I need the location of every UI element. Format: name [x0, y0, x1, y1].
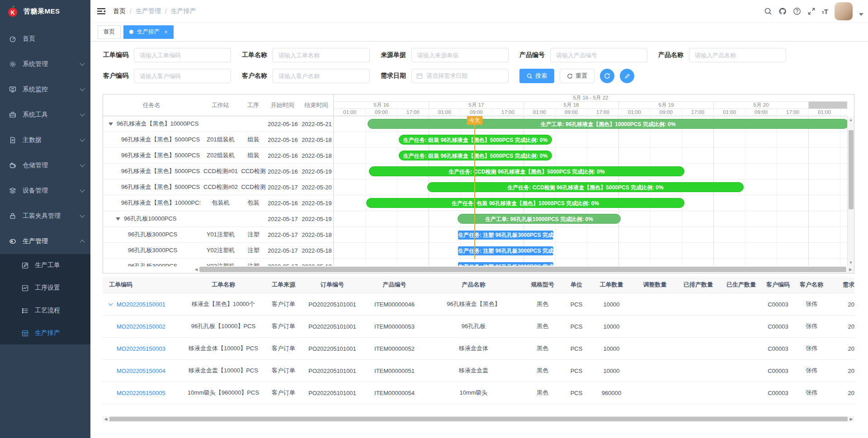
gantt-row[interactable]: 96孔孔板3000PCSY03注塑机注塑2022-05-172022-05-18: [103, 259, 333, 266]
gantt-bar-workorder[interactable]: 生产工单: 96孔移液盒【黑色】10000PCS 完成比例: 0%: [368, 119, 847, 129]
scroll-up-icon[interactable]: ▲: [848, 118, 854, 122]
gantt-row[interactable]: 96孔移液盒【黑色】5000PCSCCD检测#02CCD检测2022-05-17…: [103, 179, 333, 195]
avatar[interactable]: [835, 2, 853, 20]
reset-button[interactable]: 重置: [560, 69, 594, 83]
scroll-right-icon[interactable]: ▶: [848, 417, 854, 421]
caret-down-icon[interactable]: [859, 13, 863, 16]
gantt-row[interactable]: 96孔孔板3000PCSY02注塑机注塑2022-05-172022-05-18: [103, 243, 333, 259]
search-icon[interactable]: [764, 7, 772, 15]
app-logo[interactable]: K 苦糖果MES: [0, 0, 90, 23]
customer-code-input[interactable]: [134, 69, 231, 83]
gantt-bar-task[interactable]: 生产任务: 组装 96孔移液盒【黑色】5000PCS 完成比例: 0%: [399, 151, 552, 160]
orders-table-header: 工单编码工单名称工单来源订单编号产品编号产品名称规格型号单位工单数量调整数量已排…: [103, 277, 854, 293]
gantt-bar-task[interactable]: 生产任务: CCD检测 96孔移液盒【黑色】5000PCS 完成比例: 0%: [369, 166, 684, 176]
tab-home[interactable]: 首页: [98, 25, 121, 39]
breadcrumb-scheduling[interactable]: 生产排产: [171, 7, 196, 15]
gantt-row[interactable]: 96孔移液盒【黑色】10000PCS2022-05-162022-05-21: [103, 116, 333, 132]
order-code-input[interactable]: [134, 48, 231, 62]
order-link[interactable]: MO202205150004: [117, 367, 165, 374]
scrollbar-thumb[interactable]: [109, 417, 848, 421]
sidebar-item-system-monitor[interactable]: 系统监控: [0, 77, 90, 102]
collapse-triangle-icon[interactable]: [108, 122, 113, 126]
gantt-vertical-scrollbar[interactable]: ▲ ▼: [847, 117, 854, 266]
sidebar-item-production[interactable]: 生产管理: [0, 229, 90, 254]
tab-close-icon[interactable]: ×: [164, 28, 168, 35]
col-task-name: 任务名: [103, 101, 200, 109]
breadcrumb-production-mgmt[interactable]: 生产管理: [136, 7, 161, 15]
search-button[interactable]: 搜索: [519, 69, 554, 83]
gantt-task-grid: 任务名 工作站 工序 开始时间 结束时间 96孔移液盒【黑色】10000PCS2…: [103, 94, 334, 273]
scroll-down-icon[interactable]: ▼: [848, 260, 854, 265]
edit-button[interactable]: [620, 69, 634, 83]
today-badge: 今天: [467, 116, 482, 125]
table-row[interactable]: MO202205150003 移液盒盒体【10000】PCS客户订单PO2022…: [103, 338, 854, 360]
sidebar-item-master-data[interactable]: 主数据: [0, 127, 90, 153]
sidebar-item-system-tools[interactable]: 系统工具: [0, 102, 90, 127]
tab-production-scheduling[interactable]: 生产排产 ×: [123, 25, 174, 39]
breadcrumb-home[interactable]: 首页: [113, 7, 126, 15]
gantt-row[interactable]: 96孔移液盒【黑色】5000PCSZ02组装机组装2022-05-162022-…: [103, 148, 333, 164]
help-icon[interactable]: [793, 7, 801, 15]
github-icon[interactable]: [778, 7, 787, 15]
source-doc-input[interactable]: [411, 48, 509, 62]
refresh-icon: [567, 73, 573, 79]
gantt-bar-task[interactable]: 生产任务: 包装 96孔移液盒【黑色】10000PCS 完成比例: 0%: [366, 198, 684, 208]
gantt-row[interactable]: 96孔移液盒【黑色】10000PCS包装机包装2022-05-162022-05…: [103, 195, 333, 211]
scroll-left-icon[interactable]: ◀: [103, 417, 109, 421]
today-marker-line: [474, 116, 475, 259]
chevron-down-icon: [80, 86, 85, 91]
gantt-row[interactable]: 96孔移液盒【黑色】5000PCSZ01组装机组装2022-05-162022-…: [103, 132, 333, 148]
filter-order-name: 工单名称: [242, 48, 370, 62]
order-link[interactable]: MO202205150005: [117, 390, 165, 396]
order-name-input[interactable]: [273, 48, 370, 62]
sidebar-item-process-settings[interactable]: 工序设置: [0, 277, 90, 299]
table-row[interactable]: MO202205150004 移液盒盒盖【10000】PCS客户订单PO2022…: [103, 360, 854, 382]
scrollbar-thumb[interactable]: [199, 267, 846, 272]
gantt-row[interactable]: 96孔孔板10000PCS2022-05-172022-05-19: [103, 211, 333, 227]
sidebar-item-warehouse[interactable]: 仓储管理: [0, 153, 90, 178]
scroll-left-icon[interactable]: ◀: [193, 267, 199, 272]
table-row[interactable]: MO202205150005 10mm吸头【960000】PCS客户订单PO20…: [103, 382, 854, 404]
gantt-horizontal-scrollbar[interactable]: ◀: [193, 266, 847, 273]
sidebar-item-equipment[interactable]: 设备管理: [0, 178, 90, 203]
gantt-bar-workorder[interactable]: 生产工单: 96孔孔板10000PCS 完成比例: 0%: [458, 214, 621, 224]
filter-demand-date: 需求日期 请选择需求日期: [381, 69, 509, 83]
table-row[interactable]: MO202205150001 移液盒【黑色】10000个客户订单PO202205…: [103, 293, 854, 316]
gantt-row[interactable]: 96孔移液盒【黑色】5000PCSCCD检测#01CCD检测2022-05-16…: [103, 164, 333, 179]
order-link[interactable]: MO202205150003: [117, 345, 165, 352]
row-expand-icon[interactable]: [108, 301, 113, 306]
filter-source-doc: 来源单据: [381, 48, 509, 62]
table-horizontal-scrollbar[interactable]: ◀ ▶: [103, 416, 854, 422]
product-code-input[interactable]: [550, 48, 647, 62]
demand-date-picker[interactable]: 请选择需求日期: [411, 69, 509, 83]
breadcrumb: 首页 / 生产管理 / 生产排产: [113, 7, 196, 15]
gantt-bar-task-selected[interactable]: 生产任务: 注塑 96孔孔板3000PCS 完成: [458, 246, 553, 255]
sidebar-item-production-scheduling[interactable]: 生产排产: [0, 322, 90, 344]
breadcrumb-separator: /: [130, 8, 132, 15]
sidebar-collapse-icon[interactable]: [97, 7, 106, 15]
sidebar-item-production-orders[interactable]: 生产工单: [0, 254, 90, 277]
toolbox-icon: [9, 111, 16, 118]
product-name-input[interactable]: [689, 48, 786, 62]
gantt-bar-task[interactable]: 生产任务: 组装 96孔移液盒【黑色】5000PCS 完成比例: 0%: [399, 135, 552, 145]
sidebar-item-system-mgmt[interactable]: 系统管理: [0, 52, 90, 77]
customer-name-input[interactable]: [273, 69, 370, 83]
sidebar-item-home[interactable]: 首页: [0, 26, 90, 52]
fullscreen-icon[interactable]: [807, 7, 816, 15]
sidebar-item-process-flow[interactable]: 工艺流程: [0, 299, 90, 322]
gantt-row[interactable]: 96孔孔板3000PCSY01注塑机注塑2022-05-172022-05-18: [103, 227, 333, 243]
scrollbar-thumb[interactable]: [849, 130, 854, 209]
sidebar-item-fixtures[interactable]: 工装夹具管理: [0, 203, 90, 229]
day-cell: 5月 18: [524, 102, 619, 108]
gantt-bar-task-selected[interactable]: 生产任务: 注塑 96孔孔板3000PCS 完成: [458, 231, 553, 240]
sidebar-item-label: 工序设置: [35, 284, 60, 292]
field-label: 产品名称: [658, 51, 684, 59]
table-row[interactable]: MO202205150002 96孔孔板【10000】PCS客户订单PO2022…: [103, 316, 854, 338]
font-size-icon[interactable]: тT: [822, 8, 828, 15]
refresh-gantt-button[interactable]: [600, 69, 614, 83]
order-link[interactable]: MO202205150001: [117, 301, 165, 308]
monitor-icon: [9, 86, 16, 93]
order-link[interactable]: MO202205150002: [117, 323, 165, 330]
collapse-triangle-icon[interactable]: [116, 217, 120, 221]
scroll-right-icon[interactable]: ▶: [847, 266, 854, 273]
